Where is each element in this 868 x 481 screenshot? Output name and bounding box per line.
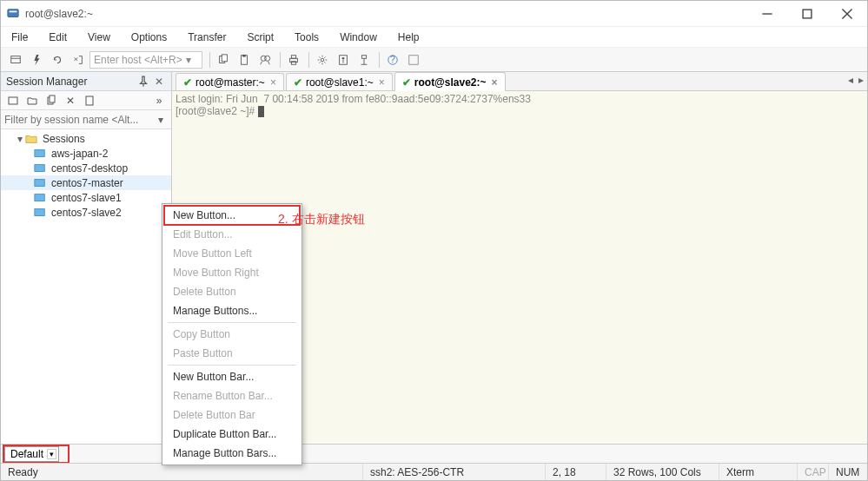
button-bar[interactable]: Default ▾ — [1, 444, 867, 463]
host-dropdown-icon[interactable]: ▾ — [186, 54, 191, 66]
properties-icon[interactable] — [334, 50, 353, 69]
session-icon — [34, 192, 48, 204]
tree-item[interactable]: centos7-desktop — [1, 161, 171, 175]
menu-options[interactable]: Options — [128, 30, 170, 45]
dropdown-icon[interactable]: ▾ — [47, 449, 56, 459]
toolbar: Enter host <Alt+R>▾ ? — [1, 48, 867, 72]
session-icon — [34, 177, 48, 189]
svg-rect-28 — [409, 55, 419, 64]
maximize-button[interactable] — [787, 1, 827, 26]
menu-transfer[interactable]: Transfer — [184, 30, 229, 45]
ctx-duplicate-bar[interactable]: Duplicate Button Bar... — [164, 425, 300, 444]
ctx-delete-button: Delete Button — [164, 282, 300, 301]
menu-script[interactable]: Script — [243, 30, 277, 45]
minimize-button[interactable] — [747, 1, 787, 26]
tab-master[interactable]: ✔ root@master:~ × — [176, 73, 284, 90]
copy-icon[interactable] — [214, 50, 233, 69]
ctx-separator — [168, 322, 296, 323]
panel-header: Session Manager ✕ — [1, 72, 171, 91]
tab-close-icon[interactable]: × — [379, 76, 385, 89]
terminal-prompt: [root@slave2 ~]# — [176, 105, 258, 117]
reconnect-icon[interactable] — [48, 50, 67, 69]
tree-item[interactable]: centos7-slave1 — [1, 190, 171, 205]
cursor-icon — [258, 106, 264, 117]
help-icon[interactable]: ? — [383, 50, 402, 69]
tabstrip: ✔ root@master:~ × ✔ root@slave1:~ × ✔ ro… — [172, 72, 867, 91]
ctx-manage-bars[interactable]: Manage Button Bars... — [164, 444, 300, 463]
quick-connect-icon[interactable] — [27, 50, 46, 69]
ctx-new-bar[interactable]: New Button Bar... — [164, 367, 300, 386]
svg-text:?: ? — [390, 54, 395, 64]
svg-rect-31 — [50, 96, 55, 102]
menu-file[interactable]: File — [8, 30, 31, 45]
ctx-move-right: Move Button Right — [164, 263, 300, 282]
svg-rect-36 — [35, 194, 44, 201]
tree-item[interactable]: centos7-slave2 — [1, 205, 171, 220]
toolbar-separator — [379, 52, 380, 68]
print-icon[interactable] — [284, 50, 303, 69]
panel-menu-icon[interactable]: » — [150, 92, 168, 109]
settings-icon[interactable] — [313, 50, 332, 69]
new-session-icon[interactable] — [4, 92, 22, 109]
tree-label: centos7-desktop — [51, 162, 128, 175]
filter-dropdown-icon[interactable]: ▾ — [154, 114, 168, 126]
svg-point-21 — [342, 56, 345, 59]
toolbar-separator — [209, 52, 210, 68]
menubar: File Edit View Options Transfer Script T… — [1, 27, 867, 48]
tab-prev-icon[interactable]: ◂ — [848, 74, 853, 86]
tree-item[interactable]: centos7-master — [1, 175, 171, 190]
menu-view[interactable]: View — [84, 30, 114, 45]
ctx-move-left: Move Button Left — [164, 244, 300, 263]
panel-close-icon[interactable]: ✕ — [152, 75, 166, 89]
ctx-manage-buttons[interactable]: Manage Buttons... — [164, 301, 300, 320]
session-icon — [34, 148, 48, 160]
disconnect-icon[interactable] — [69, 50, 88, 69]
session-tree[interactable]: ▾ Sessions aws-japan-2 centos7-desktop c… — [1, 129, 171, 444]
tree-item[interactable]: aws-japan-2 — [1, 146, 171, 161]
menu-tools[interactable]: Tools — [291, 30, 322, 45]
session-icon — [34, 162, 48, 175]
terminal-line: Last login: Fri Jun 7 00:14:58 2019 from… — [176, 93, 531, 105]
pin-icon[interactable] — [136, 75, 150, 89]
tab-close-icon[interactable]: × — [492, 76, 498, 89]
ctx-delete-bar: Delete Button Bar — [164, 405, 300, 425]
copy-session-icon[interactable] — [43, 92, 60, 109]
delete-icon[interactable]: ✕ — [62, 92, 79, 109]
tab-slave1[interactable]: ✔ root@slave1:~ × — [286, 73, 393, 90]
svg-rect-3 — [803, 10, 812, 18]
menu-help[interactable]: Help — [394, 30, 423, 45]
paste-icon[interactable] — [235, 50, 254, 69]
svg-point-13 — [265, 56, 270, 61]
tab-slave2[interactable]: ✔ root@slave2:~ × — [394, 72, 506, 91]
session-manager-icon[interactable] — [6, 50, 25, 69]
svg-rect-37 — [35, 208, 44, 215]
keymap-icon[interactable] — [354, 50, 374, 69]
properties-icon[interactable] — [81, 92, 98, 109]
menu-edit[interactable]: Edit — [45, 30, 70, 45]
status-term: Xterm — [719, 464, 798, 480]
window-controls — [747, 1, 867, 26]
svg-line-15 — [268, 61, 270, 64]
svg-rect-1 — [10, 10, 17, 12]
titlebar: root@slave2:~ — [1, 1, 867, 27]
tab-close-icon[interactable]: × — [270, 76, 276, 89]
tree-label: Sessions — [43, 133, 85, 145]
tree-label: centos7-slave1 — [51, 192, 122, 204]
statusbar: Ready ssh2: AES-256-CTR 2, 18 32 Rows, 1… — [1, 463, 867, 480]
collapse-icon[interactable]: ▾ — [15, 133, 25, 145]
status-size: 32 Rows, 100 Cols — [606, 464, 719, 480]
tab-next-icon[interactable]: ▸ — [858, 74, 864, 86]
buttonbar-select[interactable]: Default ▾ — [4, 446, 59, 462]
filter-input[interactable] — [4, 114, 154, 126]
svg-point-19 — [321, 58, 324, 62]
new-folder-icon[interactable] — [23, 92, 41, 109]
toolbar-overflow-icon[interactable] — [404, 50, 423, 69]
find-icon[interactable] — [255, 50, 275, 69]
host-input[interactable]: Enter host <Alt+R>▾ — [89, 51, 202, 69]
tree-root[interactable]: ▾ Sessions — [1, 131, 171, 146]
close-button[interactable] — [827, 1, 867, 26]
status-cap: CAP — [798, 464, 829, 480]
status-num: NUM — [829, 464, 867, 480]
connected-icon: ✔ — [294, 76, 302, 89]
menu-window[interactable]: Window — [336, 30, 381, 45]
